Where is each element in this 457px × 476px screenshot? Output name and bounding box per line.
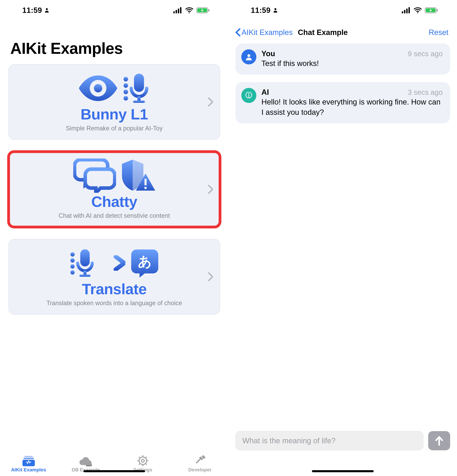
svg-point-9: [124, 77, 128, 82]
card-subtitle: Chat with AI and detect senstivie conten…: [59, 212, 170, 219]
svg-rect-13: [134, 74, 144, 92]
input-bar: [236, 431, 450, 450]
example-card-translate[interactable]: あ Translate Translate spoken words into …: [9, 239, 220, 314]
svg-rect-46: [404, 10, 405, 13]
left-phone: 11:59 AIKit Examples Bunny L1 Simple Rem…: [0, 0, 228, 476]
example-card-bunny[interactable]: Bunny L1 Simple Remake of a popular AI-T…: [9, 64, 220, 140]
tab-label: Developer: [188, 467, 211, 473]
reset-button[interactable]: Reset: [429, 28, 448, 37]
svg-rect-28: [24, 458, 34, 459]
svg-rect-15: [133, 101, 145, 103]
home-indicator: [312, 470, 374, 472]
svg-point-21: [70, 270, 75, 275]
card-title: Chatty: [91, 193, 137, 210]
back-button[interactable]: AIKit Examples: [236, 28, 293, 37]
svg-rect-45: [402, 11, 403, 13]
hammer-icon: [194, 455, 206, 466]
svg-point-10: [124, 83, 128, 88]
battery-charging-icon: [196, 7, 210, 14]
svg-point-18: [70, 252, 75, 257]
card-subtitle: Translate spoken words into a language o…: [46, 299, 182, 307]
nav-title: Chat Example: [298, 28, 348, 37]
svg-point-34: [141, 459, 144, 462]
arrow-right-icon: [100, 255, 125, 271]
stack-icon: [22, 456, 35, 466]
svg-line-39: [139, 457, 140, 458]
card-icons: [79, 72, 149, 104]
chevron-right-icon: [208, 97, 213, 106]
tab-developer[interactable]: Developer: [171, 455, 228, 473]
person-icon: [245, 53, 253, 61]
message-list: You 9 secs ago Test if this works! AI 3 …: [236, 42, 450, 125]
tab-aikit-examples[interactable]: AIKit Examples: [0, 456, 57, 473]
dots-mic-icon: [122, 74, 149, 103]
message-you: You 9 secs ago Test if this works!: [236, 43, 450, 75]
home-indicator: [83, 470, 145, 472]
eye-icon: [79, 75, 117, 101]
message-ai: AI 3 secs ago Hello! It looks like every…: [236, 82, 450, 123]
svg-rect-27: [25, 456, 33, 457]
svg-line-41: [139, 463, 140, 465]
status-time: 11:59: [22, 6, 42, 15]
card-title: Translate: [82, 280, 147, 298]
dots-mic-icon: [69, 249, 95, 277]
chevron-left-icon: [236, 28, 241, 36]
svg-rect-17: [145, 187, 147, 189]
gear-icon: [137, 455, 149, 466]
person-icon: [273, 8, 278, 13]
svg-rect-24: [79, 275, 90, 277]
svg-line-42: [145, 457, 146, 458]
chat-input[interactable]: [236, 431, 423, 450]
message-sender: AI: [262, 88, 269, 96]
wifi-icon: [413, 7, 422, 14]
svg-text:あ: あ: [138, 254, 152, 269]
svg-point-19: [70, 258, 75, 263]
svg-rect-3: [178, 8, 179, 13]
message-text: Test if this works!: [262, 58, 443, 69]
avatar-ai: [241, 88, 256, 103]
svg-line-40: [145, 463, 146, 465]
status-bar: 11:59: [236, 0, 450, 21]
svg-point-52: [247, 54, 250, 57]
nav-bar: AIKit Examples Chat Example Reset: [236, 21, 450, 42]
page-title: AIKit Examples: [7, 21, 222, 64]
message-text: Hello! It looks like everything is worki…: [262, 97, 443, 118]
avatar-you: [241, 49, 256, 64]
shield-warning-icon: [121, 159, 155, 192]
status-bar: 11:59: [7, 0, 222, 21]
svg-rect-2: [176, 10, 177, 13]
svg-point-0: [46, 8, 48, 10]
arrow-up-icon: [435, 436, 444, 446]
language-tile-icon: あ: [130, 248, 159, 278]
right-phone: 11:59 AIKit Examples Chat Example Reset: [228, 0, 457, 476]
send-button[interactable]: [428, 431, 450, 450]
cellular-icon: [402, 7, 411, 13]
svg-rect-23: [84, 271, 87, 275]
svg-rect-22: [80, 249, 90, 266]
svg-rect-14: [138, 96, 141, 101]
svg-rect-16: [145, 179, 147, 185]
svg-point-8: [94, 84, 102, 93]
back-label: AIKit Examples: [242, 28, 293, 37]
svg-rect-7: [208, 9, 209, 11]
tab-settings[interactable]: Settings: [114, 455, 171, 473]
message-time: 9 secs ago: [408, 50, 443, 58]
cloud-db-icon: [79, 457, 93, 466]
person-icon: [44, 8, 50, 13]
status-time: 11:59: [251, 6, 271, 15]
brain-icon: [245, 91, 253, 100]
card-subtitle: Simple Remake of a popular AI-Toy: [66, 125, 163, 132]
svg-point-20: [70, 264, 75, 269]
card-icons: あ: [69, 247, 159, 279]
svg-rect-51: [437, 9, 438, 11]
svg-point-12: [124, 96, 128, 101]
tab-bar: AIKit Examples DB Example Settings Devel…: [0, 452, 228, 476]
example-card-chatty[interactable]: Chatty Chat with AI and detect senstivie…: [9, 152, 220, 227]
tab-label: AIKit Examples: [11, 467, 46, 473]
chat-bubbles-icon: [73, 159, 116, 193]
wifi-icon: [185, 7, 193, 14]
message-time: 3 secs ago: [408, 88, 443, 96]
card-title: Bunny L1: [81, 106, 148, 123]
cellular-icon: [173, 7, 182, 13]
chevron-right-icon: [208, 272, 213, 281]
